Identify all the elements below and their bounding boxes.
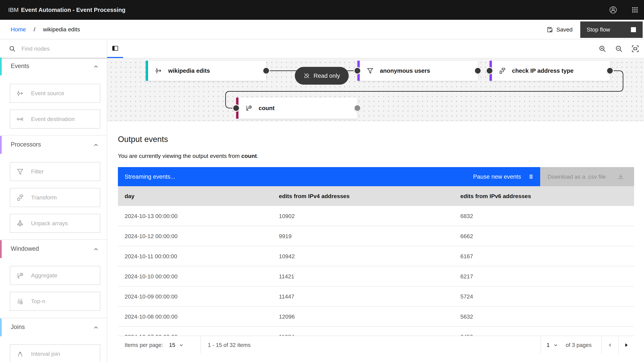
table-row: 2024-10-12 00:00:00 9919 6662 bbox=[118, 226, 634, 246]
node-anonymous-users[interactable]: anonymous users bbox=[358, 61, 478, 81]
processors-accent-bar bbox=[0, 136, 2, 154]
stop-flow-button[interactable]: Stop flow bbox=[580, 21, 643, 38]
pagination-range-label: 1 - 15 of 32 items bbox=[208, 336, 250, 354]
table-row: 2024-10-13 00:00:00 10902 6832 bbox=[118, 206, 634, 226]
flow-actions: Saved Stop flow bbox=[546, 20, 643, 39]
zoom-out-icon[interactable] bbox=[615, 45, 623, 53]
palette-section-processors[interactable]: Processors bbox=[0, 136, 107, 154]
palette-item-label: Top-n bbox=[31, 298, 45, 305]
canvas-toolbar bbox=[107, 39, 644, 58]
page-select-group: 1 of 3 pages bbox=[546, 336, 592, 354]
chevron-up-icon[interactable] bbox=[93, 64, 99, 69]
output-port-anonymous-users[interactable] bbox=[474, 67, 482, 74]
cell-day: 2024-10-07 00:00:00 bbox=[124, 327, 178, 336]
filter-icon bbox=[16, 168, 24, 175]
palette-item-label: Filter bbox=[31, 168, 44, 175]
palette-item-unpack-arrays[interactable]: Unpack arrays bbox=[10, 214, 100, 233]
breadcrumb-current: wikipedia edits bbox=[43, 26, 80, 33]
node-label: check IP address type bbox=[512, 67, 574, 74]
palette-item-filter[interactable]: Filter bbox=[10, 162, 100, 181]
app-title-text: Event Automation - Event Processing bbox=[21, 6, 126, 13]
page-select[interactable]: 1 bbox=[546, 342, 558, 348]
unpack-arrays-icon bbox=[16, 220, 24, 227]
fit-to-screen-icon[interactable] bbox=[631, 45, 639, 53]
palette-item-aggregate[interactable]: Aggregate bbox=[10, 266, 100, 285]
find-nodes-search bbox=[0, 39, 107, 58]
input-port-check-ip[interactable] bbox=[486, 67, 493, 74]
palette-item-event-source[interactable]: Event source bbox=[10, 84, 100, 103]
pause-new-events-button[interactable]: Pause new events bbox=[473, 167, 534, 186]
palette-item-transform[interactable]: Transform bbox=[10, 188, 100, 207]
app-switcher-icon[interactable] bbox=[630, 4, 640, 15]
top-n-icon bbox=[16, 298, 24, 305]
palette-item-top-n[interactable]: Top-n bbox=[10, 292, 100, 311]
node-check-ip-address-type[interactable]: check IP address type bbox=[490, 61, 610, 81]
output-port-wikipedia-edits[interactable] bbox=[262, 67, 270, 74]
events-section-label: Events bbox=[11, 62, 29, 69]
items-per-page-select[interactable]: 15 bbox=[169, 342, 184, 348]
input-port-count[interactable] bbox=[232, 104, 240, 112]
windowed-section-label: Windowed bbox=[11, 245, 39, 252]
chevron-up-icon[interactable] bbox=[93, 325, 99, 331]
read-only-label: Read only bbox=[314, 72, 340, 79]
palette-item-event-destination[interactable]: Event destination bbox=[10, 110, 100, 129]
table-pagination: Items per page: 15 1 - 15 of 32 items 1 … bbox=[118, 336, 634, 354]
pagination-divider bbox=[540, 336, 541, 354]
node-wikipedia-edits[interactable]: wikipedia edits bbox=[146, 61, 266, 81]
flow-canvas[interactable]: wikipedia edits anonymous users check IP… bbox=[107, 58, 644, 121]
download-csv-button[interactable]: Download as a .csv file bbox=[540, 167, 634, 186]
joins-section-label: Joins bbox=[11, 324, 25, 331]
pagination-divider bbox=[200, 336, 201, 354]
aggregate-icon bbox=[245, 104, 252, 112]
palette-section-joins[interactable]: Joins bbox=[0, 319, 107, 337]
description-node-name: count bbox=[241, 153, 257, 159]
events-table-body: 2024-10-13 00:00:00 10902 6832 2024-10-1… bbox=[118, 206, 634, 336]
cell-ipv4: 9919 bbox=[279, 226, 292, 246]
breadcrumb-home-link[interactable]: Home bbox=[11, 26, 26, 33]
table-row: 2024-10-08 00:00:00 12096 5632 bbox=[118, 307, 634, 327]
cell-ipv6: 6167 bbox=[460, 246, 473, 266]
cell-day: 2024-10-11 00:00:00 bbox=[124, 246, 177, 266]
open-panel-left-icon bbox=[111, 44, 119, 52]
input-port-anonymous-users[interactable] bbox=[354, 67, 361, 74]
items-per-page-label: Items per page: bbox=[124, 342, 163, 348]
toggle-palette-button[interactable] bbox=[107, 39, 123, 58]
cell-day: 2024-10-08 00:00:00 bbox=[124, 307, 178, 327]
cell-ipv4: 12096 bbox=[279, 307, 295, 327]
description-suffix: . bbox=[257, 153, 258, 159]
output-port-count[interactable] bbox=[354, 104, 361, 112]
stream-controls-row: Streaming events... Pause new events Dow… bbox=[118, 167, 634, 186]
next-page-button[interactable] bbox=[618, 336, 634, 354]
column-header-ipv4: edits from IPv4 addresses bbox=[279, 193, 350, 199]
chevron-up-icon[interactable] bbox=[93, 247, 99, 252]
previous-page-button[interactable] bbox=[602, 336, 618, 354]
palette-item-interval-join[interactable]: Interval join bbox=[10, 345, 100, 362]
palette-item-label: Transform bbox=[31, 194, 57, 201]
output-port-check-ip[interactable] bbox=[606, 67, 614, 74]
download-icon bbox=[617, 173, 624, 180]
cell-day: 2024-10-09 00:00:00 bbox=[124, 286, 178, 307]
node-count[interactable]: count bbox=[236, 97, 358, 119]
output-events-title: Output events bbox=[118, 135, 168, 144]
node-palette-sidebar: Events Event source Event destination Pr… bbox=[0, 39, 107, 362]
cell-ipv4: 11084 bbox=[279, 327, 294, 336]
user-avatar-icon[interactable] bbox=[608, 4, 618, 15]
app-title: IBM Event Automation - Event Processing bbox=[8, 6, 126, 13]
caret-left-icon bbox=[607, 342, 613, 348]
pause-icon bbox=[528, 173, 534, 180]
read-only-tooltip: Read only bbox=[295, 67, 349, 85]
items-per-page-value: 15 bbox=[169, 342, 175, 348]
header-actions bbox=[608, 0, 640, 20]
chevron-up-icon[interactable] bbox=[93, 142, 99, 148]
palette-section-windowed[interactable]: Windowed bbox=[0, 240, 107, 259]
palette-item-label: Unpack arrays bbox=[31, 220, 68, 227]
zoom-in-icon[interactable] bbox=[598, 45, 606, 53]
palette-section-events[interactable]: Events bbox=[0, 57, 107, 76]
pause-label: Pause new events bbox=[473, 173, 521, 180]
section-divider bbox=[0, 318, 107, 318]
cell-day: 2024-10-10 00:00:00 bbox=[124, 266, 178, 286]
event-destination-icon bbox=[16, 115, 24, 123]
description-prefix: You are currently viewing the output eve… bbox=[118, 153, 241, 159]
joins-accent-bar bbox=[0, 319, 2, 336]
search-input[interactable] bbox=[22, 45, 92, 52]
